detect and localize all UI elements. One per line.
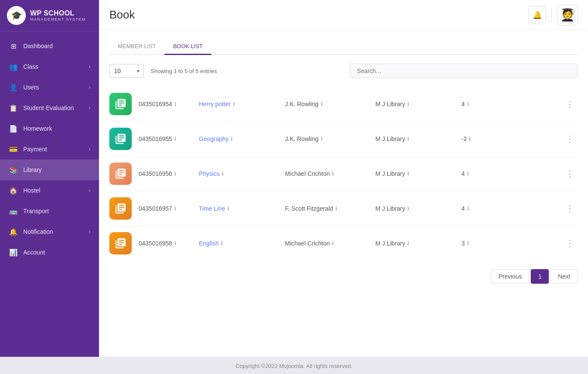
nav-label-library: Library bbox=[23, 166, 90, 173]
sidebar-item-notification[interactable]: 🔔 Notification › bbox=[0, 221, 99, 242]
book-id-info-icon-0[interactable]: ℹ bbox=[174, 101, 176, 107]
book-library-2: M J Library ℹ bbox=[375, 170, 461, 177]
sidebar-item-class[interactable]: 👥 Class › bbox=[0, 56, 99, 77]
nav-icon-users: 👤 bbox=[9, 83, 18, 92]
book-library-info-icon-3[interactable]: ℹ bbox=[407, 205, 409, 212]
book-name-4[interactable]: English ℹ bbox=[199, 240, 285, 247]
book-count-info-icon-0[interactable]: ℹ bbox=[467, 101, 469, 107]
book-name-info-icon-0[interactable]: ℹ bbox=[233, 101, 235, 107]
chevron-icon-payment: › bbox=[89, 146, 90, 152]
nav-icon-homework: 📄 bbox=[9, 124, 18, 133]
book-menu-button-3[interactable]: ⋮ bbox=[562, 202, 578, 215]
book-list: 0435016954 ℹ Herry potter ℹ J.K. Rowling… bbox=[109, 87, 578, 261]
book-count-info-icon-1[interactable]: ℹ bbox=[469, 136, 471, 142]
book-library-info-icon-0[interactable]: ℹ bbox=[407, 101, 409, 107]
chevron-icon-class: › bbox=[89, 64, 90, 70]
notification-button[interactable]: 🔔 bbox=[528, 6, 546, 24]
next-page-button[interactable]: Next bbox=[551, 269, 578, 284]
nav-icon-account: 📊 bbox=[9, 248, 18, 257]
page-content: MEMBER LIST BOOK LIST 10 25 50 ▼ Showing… bbox=[99, 30, 588, 357]
entries-select[interactable]: 10 25 50 bbox=[109, 64, 144, 78]
book-author-info-icon-3[interactable]: ℹ bbox=[335, 205, 337, 212]
book-author-info-icon-4[interactable]: ℹ bbox=[332, 240, 334, 246]
book-name-0[interactable]: Herry potter ℹ bbox=[199, 101, 285, 107]
book-author-info-icon-0[interactable]: ℹ bbox=[321, 101, 323, 107]
sidebar-logo: 🎓 WP SCHOOL MANAGEMENT SYSTEM bbox=[0, 0, 99, 31]
book-author-0: J.K. Rowling ℹ bbox=[285, 101, 375, 107]
book-count-info-icon-3[interactable]: ℹ bbox=[467, 205, 469, 212]
sidebar-item-homework[interactable]: 📄 Homework bbox=[0, 118, 99, 139]
chevron-icon-users: › bbox=[89, 84, 90, 90]
footer: Copyright ©2022 Mojoomla. All rights res… bbox=[0, 357, 588, 374]
tab-member-list[interactable]: MEMBER LIST bbox=[109, 39, 164, 55]
nav-label-notification: Notification bbox=[23, 228, 89, 235]
book-name-info-icon-2[interactable]: ℹ bbox=[222, 171, 224, 177]
sidebar-item-student-evaluation[interactable]: 📋 Student Evaluation › bbox=[0, 98, 99, 118]
nav-icon-class: 👥 bbox=[9, 62, 18, 71]
book-author-info-icon-1[interactable]: ℹ bbox=[321, 136, 323, 142]
book-id-info-icon-3[interactable]: ℹ bbox=[174, 205, 176, 212]
nav-label-dashboard: Dashboard bbox=[23, 43, 90, 49]
page-1-button[interactable]: 1 bbox=[531, 269, 549, 284]
showing-entries-text: Showing 1 to 5 of 5 entries bbox=[151, 68, 217, 74]
book-id-4: 0435016958 ℹ bbox=[139, 240, 199, 247]
sidebar-item-hostel[interactable]: 🏠 Hostel › bbox=[0, 180, 99, 201]
book-icon-4 bbox=[109, 232, 132, 254]
chevron-icon-student-evaluation: › bbox=[89, 105, 90, 111]
user-avatar-button[interactable]: 🧑‍🎓 bbox=[557, 5, 578, 25]
book-name-1[interactable]: Geography ℹ bbox=[199, 135, 285, 142]
book-count-0: 4 ℹ bbox=[461, 101, 562, 107]
sidebar-item-payment[interactable]: 💳 Payment › bbox=[0, 139, 99, 159]
sidebar-item-transport[interactable]: 🚌 Transport bbox=[0, 201, 99, 221]
book-name-info-icon-4[interactable]: ℹ bbox=[221, 240, 223, 246]
copyright-text: Copyright ©2022 Mojoomla. All rights res… bbox=[235, 363, 353, 369]
book-icon-3 bbox=[109, 197, 132, 220]
nav-label-class: Class bbox=[23, 63, 89, 70]
main-content: Book 🔔 🧑‍🎓 MEMBER LIST BOOK LIST 10 bbox=[99, 0, 588, 357]
book-menu-button-0[interactable]: ⋮ bbox=[562, 97, 578, 111]
book-count-info-icon-4[interactable]: ℹ bbox=[467, 240, 469, 246]
chevron-icon-hostel: › bbox=[89, 187, 90, 193]
logo-text: WP SCHOOL MANAGEMENT SYSTEM bbox=[30, 9, 86, 21]
sidebar-item-library[interactable]: 📚 Library bbox=[0, 159, 99, 180]
header-divider bbox=[551, 7, 552, 23]
book-author-4: Michael Crichton ℹ bbox=[285, 240, 375, 247]
tab-book-list[interactable]: BOOK LIST bbox=[164, 39, 211, 55]
book-author-info-icon-2[interactable]: ℹ bbox=[332, 171, 334, 177]
book-name-3[interactable]: Time Line ℹ bbox=[199, 205, 285, 212]
sidebar-item-users[interactable]: 👤 Users › bbox=[0, 77, 99, 98]
book-name-2[interactable]: Physics ℹ bbox=[199, 170, 285, 177]
book-id-info-icon-4[interactable]: ℹ bbox=[174, 240, 176, 246]
book-menu-button-4[interactable]: ⋮ bbox=[562, 236, 578, 250]
book-count-1: -2 ℹ bbox=[461, 135, 562, 142]
sidebar-item-dashboard[interactable]: ⊞ Dashboard bbox=[0, 36, 99, 56]
book-library-info-icon-4[interactable]: ℹ bbox=[407, 240, 409, 246]
book-name-info-icon-1[interactable]: ℹ bbox=[231, 136, 233, 142]
book-author-1: J.K. Rowling ℹ bbox=[285, 135, 375, 142]
book-icon-1 bbox=[109, 128, 132, 150]
book-id-3: 0435016957 ℹ bbox=[139, 205, 199, 212]
book-id-info-icon-2[interactable]: ℹ bbox=[174, 171, 176, 177]
logo-icon: 🎓 bbox=[7, 6, 26, 25]
book-icon-2 bbox=[109, 162, 132, 185]
book-count-info-icon-2[interactable]: ℹ bbox=[467, 171, 469, 177]
book-menu-button-2[interactable]: ⋮ bbox=[562, 167, 578, 181]
book-library-0: M J Library ℹ bbox=[375, 101, 461, 107]
entries-selector[interactable]: 10 25 50 ▼ bbox=[109, 64, 144, 78]
page-title: Book bbox=[109, 8, 135, 21]
book-row: 0435016958 ℹ English ℹ Michael Crichton … bbox=[109, 226, 578, 261]
logo-subtitle: MANAGEMENT SYSTEM bbox=[30, 17, 86, 21]
book-id-info-icon-1[interactable]: ℹ bbox=[174, 136, 176, 142]
book-library-info-icon-1[interactable]: ℹ bbox=[407, 136, 409, 142]
book-count-2: 4 ℹ bbox=[461, 170, 562, 177]
book-library-info-icon-2[interactable]: ℹ bbox=[407, 171, 409, 177]
sidebar-item-account[interactable]: 📊 Account bbox=[0, 242, 99, 263]
nav-label-hostel: Hostel bbox=[23, 187, 89, 194]
pagination: Previous 1 Next bbox=[109, 261, 578, 292]
nav-label-student-evaluation: Student Evaluation bbox=[23, 104, 89, 111]
book-name-info-icon-3[interactable]: ℹ bbox=[227, 205, 229, 212]
nav-icon-hostel: 🏠 bbox=[9, 186, 18, 195]
previous-page-button[interactable]: Previous bbox=[491, 269, 529, 284]
search-input[interactable] bbox=[350, 64, 578, 78]
book-menu-button-1[interactable]: ⋮ bbox=[562, 132, 578, 146]
